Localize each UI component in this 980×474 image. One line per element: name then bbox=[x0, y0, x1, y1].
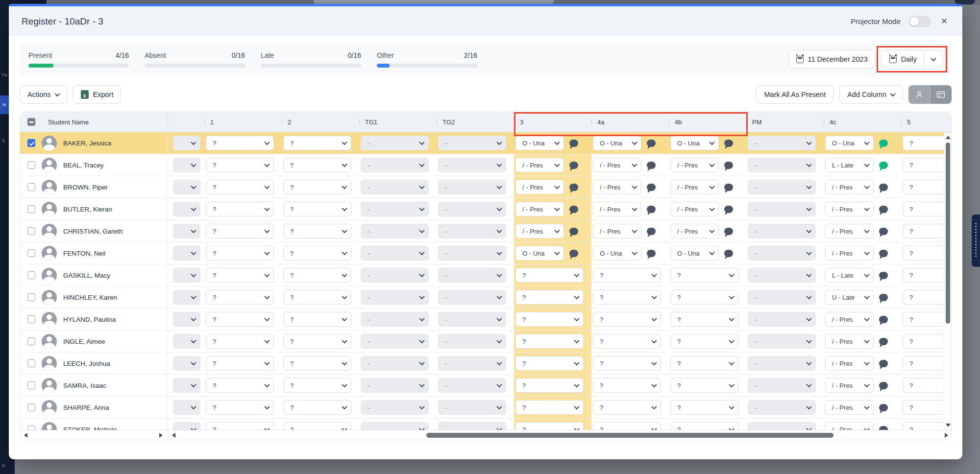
mark-select[interactable]: ? bbox=[593, 312, 661, 327]
mark-select[interactable]: - bbox=[361, 158, 429, 172]
mark-select[interactable]: O - Una bbox=[593, 136, 641, 150]
row-checkbox[interactable] bbox=[27, 337, 35, 345]
mark-select[interactable]: / - Pres bbox=[825, 202, 874, 216]
comment-icon[interactable] bbox=[569, 250, 578, 257]
mark-select[interactable] bbox=[173, 246, 200, 261]
mark-select[interactable]: - bbox=[748, 136, 816, 150]
row-checkbox[interactable] bbox=[27, 227, 35, 235]
mark-select[interactable]: - bbox=[438, 224, 506, 238]
comment-icon[interactable] bbox=[879, 316, 888, 323]
names-horizontal-scrollbar[interactable] bbox=[20, 430, 168, 440]
mark-select[interactable]: O - Una bbox=[670, 136, 719, 150]
comment-icon[interactable] bbox=[569, 206, 578, 213]
scroll-right-arrow[interactable] bbox=[945, 433, 948, 438]
mark-select[interactable]: ? bbox=[670, 378, 738, 393]
comment-icon[interactable] bbox=[879, 206, 888, 213]
mark-select[interactable]: - bbox=[361, 356, 429, 371]
mark-select[interactable]: O - Una bbox=[515, 136, 564, 150]
comment-icon[interactable] bbox=[879, 338, 888, 345]
comment-icon[interactable] bbox=[879, 250, 888, 257]
mark-select[interactable]: / - Pres bbox=[825, 246, 874, 261]
comment-icon[interactable] bbox=[724, 140, 733, 147]
mark-select[interactable]: / - Pres bbox=[825, 422, 874, 430]
mark-select[interactable]: ? bbox=[515, 378, 584, 393]
mark-select[interactable]: / - Pres bbox=[825, 400, 874, 415]
row-checkbox[interactable] bbox=[27, 403, 35, 411]
vertical-scroll-thumb[interactable] bbox=[946, 142, 950, 324]
mark-select[interactable]: ? bbox=[206, 224, 274, 238]
mark-select[interactable]: - bbox=[748, 202, 816, 216]
mark-select[interactable] bbox=[173, 312, 200, 327]
mark-select[interactable]: / - Pres bbox=[825, 334, 874, 349]
mark-select[interactable] bbox=[173, 202, 200, 216]
scroll-right-arrow[interactable] bbox=[159, 433, 163, 438]
mark-select[interactable]: ? bbox=[515, 268, 584, 283]
mark-select[interactable]: ? bbox=[515, 400, 584, 415]
feedback-side-tab[interactable] bbox=[972, 214, 980, 267]
projector-mode-toggle[interactable] bbox=[908, 16, 931, 27]
mark-select[interactable] bbox=[173, 422, 200, 430]
mark-select[interactable]: ? bbox=[206, 400, 274, 415]
mark-select[interactable]: ? bbox=[283, 224, 351, 238]
mark-select[interactable]: ? bbox=[283, 246, 351, 261]
mark-select[interactable]: ? bbox=[283, 202, 351, 216]
mark-select[interactable]: ? bbox=[670, 268, 738, 283]
row-checkbox[interactable] bbox=[27, 359, 35, 367]
mark-select[interactable] bbox=[173, 268, 200, 283]
mark-select[interactable]: - bbox=[748, 180, 816, 194]
mark-select[interactable]: - bbox=[748, 158, 816, 172]
mark-select[interactable] bbox=[173, 136, 200, 150]
mark-select[interactable]: - bbox=[361, 268, 429, 283]
mark-select[interactable]: ? bbox=[515, 334, 584, 349]
mark-select[interactable]: ? bbox=[670, 334, 738, 349]
mark-select[interactable]: ? bbox=[670, 356, 738, 371]
mark-select[interactable]: - bbox=[361, 378, 429, 393]
mark-select[interactable]: ? bbox=[283, 378, 351, 393]
mark-select[interactable]: O - Una bbox=[593, 246, 641, 261]
mark-select[interactable]: ? bbox=[283, 290, 351, 305]
mark-select[interactable]: - bbox=[438, 202, 506, 216]
mark-select[interactable]: ? bbox=[283, 312, 351, 327]
mark-select[interactable]: ? bbox=[670, 400, 738, 415]
comment-icon[interactable] bbox=[647, 206, 656, 213]
mark-select[interactable]: - bbox=[361, 422, 429, 430]
mark-select[interactable]: ? bbox=[206, 268, 274, 283]
mark-select[interactable]: - bbox=[438, 180, 506, 194]
mark-select[interactable]: - bbox=[438, 378, 506, 393]
comment-icon[interactable] bbox=[724, 250, 733, 257]
mark-all-present-button[interactable]: Mark All As Present bbox=[756, 85, 833, 104]
row-checkbox[interactable] bbox=[27, 293, 35, 301]
comment-icon[interactable] bbox=[879, 382, 888, 389]
mark-select[interactable]: - bbox=[748, 224, 816, 238]
comment-icon[interactable] bbox=[647, 250, 656, 257]
mark-select[interactable]: / - Pres bbox=[825, 312, 874, 327]
mark-select[interactable]: / - Pres bbox=[825, 378, 874, 393]
comment-icon[interactable] bbox=[879, 184, 888, 191]
mark-select[interactable]: ? bbox=[670, 312, 738, 327]
mark-select[interactable]: - bbox=[748, 312, 816, 327]
mark-select[interactable]: - bbox=[438, 268, 506, 283]
row-checkbox[interactable] bbox=[27, 161, 35, 169]
comment-icon[interactable] bbox=[879, 228, 888, 235]
mark-select[interactable]: ? bbox=[206, 378, 274, 393]
mark-select[interactable]: O - Una bbox=[515, 246, 564, 261]
mark-select[interactable]: ? bbox=[283, 158, 351, 172]
mark-select[interactable]: / - Pres bbox=[670, 224, 719, 238]
mark-select[interactable]: ? bbox=[515, 422, 584, 430]
period-dropdown-button[interactable] bbox=[924, 50, 943, 69]
mark-select[interactable] bbox=[173, 180, 200, 194]
mark-select[interactable]: - bbox=[748, 378, 816, 393]
mark-select[interactable]: / - Pres bbox=[515, 202, 564, 216]
mark-select[interactable]: / - Pres bbox=[593, 224, 641, 238]
mark-select[interactable]: ? bbox=[283, 400, 351, 415]
comment-icon[interactable] bbox=[569, 228, 578, 235]
comment-icon[interactable] bbox=[569, 184, 578, 191]
mark-select[interactable] bbox=[173, 334, 200, 349]
mark-select[interactable]: / - Pres bbox=[515, 180, 564, 194]
mark-select[interactable]: / - Pres bbox=[593, 158, 641, 172]
mark-select[interactable]: ? bbox=[283, 422, 351, 430]
mark-select[interactable]: U - Late bbox=[825, 290, 874, 305]
mark-select[interactable]: - bbox=[748, 356, 816, 371]
mark-select[interactable]: / - Pres bbox=[670, 158, 719, 172]
mark-select[interactable]: ? bbox=[515, 290, 584, 305]
